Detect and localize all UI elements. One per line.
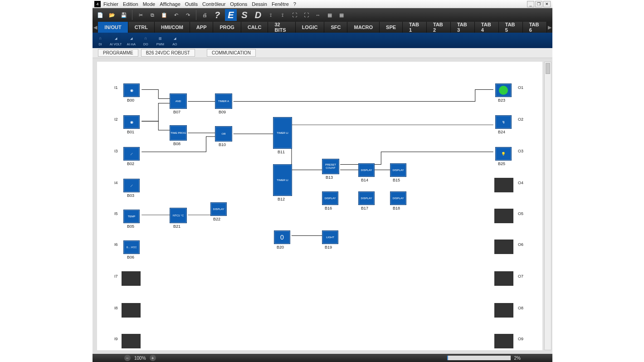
- zoom-out-button[interactable]: −: [124, 355, 131, 361]
- menu-controleur[interactable]: Contrôleur: [202, 1, 225, 7]
- tab-spe[interactable]: SPE: [380, 22, 403, 33]
- sim-mode-button[interactable]: S: [239, 9, 250, 21]
- block-b07[interactable]: AND: [170, 93, 187, 109]
- menu-options[interactable]: Options: [230, 1, 247, 7]
- diagram-canvas[interactable]: I1 I2 I3 I4 I5 I6 I7 I8 I9 ◉ B00 ◉ B01 ⟋…: [97, 62, 542, 350]
- palette-aivolt[interactable]: ◢AI VOLT: [110, 35, 122, 46]
- block-b19[interactable]: LIGHT: [322, 230, 338, 244]
- block-b03[interactable]: ⟋: [123, 179, 140, 192]
- tool-a-icon[interactable]: ⟟: [266, 10, 276, 20]
- input-slot-i9[interactable]: [122, 334, 141, 348]
- tab-calc[interactable]: CALC: [241, 22, 268, 33]
- block-b18[interactable]: DISPLAY: [390, 191, 406, 205]
- block-b12[interactable]: TIMER LI: [273, 164, 292, 196]
- tab-5[interactable]: TAB 5: [499, 22, 523, 33]
- block-b01[interactable]: ◉: [123, 115, 140, 129]
- block-b11[interactable]: TIMER LI: [273, 117, 292, 149]
- tab-32bits[interactable]: 32 BITS: [268, 22, 295, 33]
- block-b08[interactable]: TIME PROG: [170, 125, 187, 141]
- tool-d-icon[interactable]: ⛶: [301, 10, 311, 20]
- tool-e-icon[interactable]: ↔: [313, 10, 323, 20]
- tab-app[interactable]: APP: [190, 22, 214, 33]
- block-b20[interactable]: 0: [274, 230, 290, 244]
- tool-b-icon[interactable]: ⟟: [278, 10, 288, 20]
- output-slot-o8[interactable]: [494, 303, 513, 318]
- output-slot-o7[interactable]: [494, 271, 513, 286]
- context-communication-button[interactable]: COMMUNICATION: [207, 49, 256, 57]
- tab-4[interactable]: TAB 4: [475, 22, 499, 33]
- block-b02[interactable]: ⟋: [123, 147, 140, 161]
- block-b15[interactable]: DISPLAY: [390, 163, 406, 177]
- tabs-scroll-right-button[interactable]: ▶: [547, 22, 552, 33]
- window-restore-button[interactable]: ❐: [535, 1, 542, 7]
- cut-icon[interactable]: ✂: [136, 10, 146, 20]
- block-b10[interactable]: OR: [215, 126, 232, 142]
- new-file-icon[interactable]: 📄: [95, 10, 105, 20]
- window-close-button[interactable]: ✕: [543, 1, 551, 7]
- palette-ao[interactable]: ◢AO: [170, 35, 180, 46]
- tab-hmicom[interactable]: HMI/COM: [155, 22, 190, 33]
- redo-icon[interactable]: ↷: [183, 10, 193, 20]
- palette-pwm[interactable]: ▥PWM: [155, 35, 165, 46]
- tab-logic[interactable]: LOGIC: [296, 22, 325, 33]
- output-slot-o5[interactable]: [494, 209, 513, 223]
- tool-c-icon[interactable]: ⛶: [289, 10, 299, 20]
- block-b17[interactable]: DISPLAY: [358, 191, 375, 205]
- block-b13[interactable]: PRESET COUNT: [322, 159, 339, 174]
- context-target-button[interactable]: B26 24VDC ROBUST: [141, 49, 195, 57]
- tab-sfc[interactable]: SFC: [324, 22, 347, 33]
- edit-mode-button[interactable]: E: [225, 9, 237, 21]
- window-minimize-button[interactable]: _: [527, 1, 534, 7]
- block-b05[interactable]: TEMP: [123, 210, 140, 223]
- block-b09[interactable]: TIMER A: [215, 93, 232, 109]
- vertical-scrollbar[interactable]: [544, 62, 551, 350]
- block-b22[interactable]: DISPLAY: [210, 202, 227, 216]
- block-b16[interactable]: DISPLAY: [322, 191, 338, 205]
- tool-g-icon[interactable]: ▦: [337, 10, 346, 20]
- block-b14[interactable]: DISPLAY: [358, 163, 375, 177]
- menu-help[interactable]: ?: [293, 1, 296, 7]
- palette-do[interactable]: ⎍DO: [141, 35, 151, 46]
- tool-f-icon[interactable]: ▦: [325, 10, 335, 20]
- tab-1[interactable]: TAB 1: [403, 22, 427, 33]
- save-icon[interactable]: 💾: [119, 10, 129, 20]
- block-b23[interactable]: [495, 83, 512, 97]
- menu-fichier[interactable]: Fichier: [103, 1, 118, 7]
- port-i3-label: I3: [114, 149, 118, 153]
- zoom-in-button[interactable]: +: [150, 355, 156, 361]
- input-slot-i8[interactable]: [122, 303, 141, 318]
- menu-fenetre[interactable]: Fenêtre: [272, 1, 289, 7]
- palette-aima[interactable]: ◢AI mA: [126, 35, 136, 46]
- output-slot-o9[interactable]: [494, 334, 513, 348]
- open-file-icon[interactable]: 📂: [107, 10, 117, 20]
- tab-macro[interactable]: MACRO: [347, 22, 380, 33]
- tab-prog[interactable]: PROG: [213, 22, 241, 33]
- tab-2[interactable]: TAB 2: [427, 22, 451, 33]
- context-programme-button[interactable]: PROGRAMME: [98, 49, 138, 57]
- tab-6[interactable]: TAB 6: [523, 22, 547, 33]
- tab-3[interactable]: TAB 3: [451, 22, 475, 33]
- output-slot-o4[interactable]: [494, 178, 513, 192]
- block-b24[interactable]: ↯: [495, 115, 512, 129]
- tab-inout[interactable]: IN/OUT: [98, 22, 128, 33]
- paste-icon[interactable]: 📋: [159, 10, 169, 20]
- tabs-scroll-left-button[interactable]: ◀: [93, 22, 98, 33]
- output-slot-o6[interactable]: [494, 240, 513, 254]
- input-slot-i7[interactable]: [122, 271, 141, 286]
- menu-edition[interactable]: Edition: [123, 1, 138, 7]
- block-b21[interactable]: NTC1 °C: [170, 208, 187, 223]
- copy-icon[interactable]: ⧉: [147, 10, 157, 20]
- debug-mode-button[interactable]: D: [252, 9, 264, 21]
- block-b25[interactable]: 💡: [495, 147, 512, 161]
- block-b00[interactable]: ◉: [123, 83, 140, 97]
- undo-icon[interactable]: ↶: [171, 10, 181, 20]
- menu-dessin[interactable]: Dessin: [252, 1, 267, 7]
- menu-mode[interactable]: Mode: [143, 1, 156, 7]
- menu-outils[interactable]: Outils: [185, 1, 198, 7]
- block-b06[interactable]: 0....VCC: [123, 240, 140, 254]
- help-letter-button[interactable]: ?: [211, 9, 223, 21]
- print-icon[interactable]: 🖨: [200, 10, 210, 20]
- palette-di[interactable]: ⎍DI: [95, 35, 105, 46]
- menu-affichage[interactable]: Affichage: [160, 1, 181, 7]
- tab-ctrl[interactable]: CTRL: [128, 22, 155, 33]
